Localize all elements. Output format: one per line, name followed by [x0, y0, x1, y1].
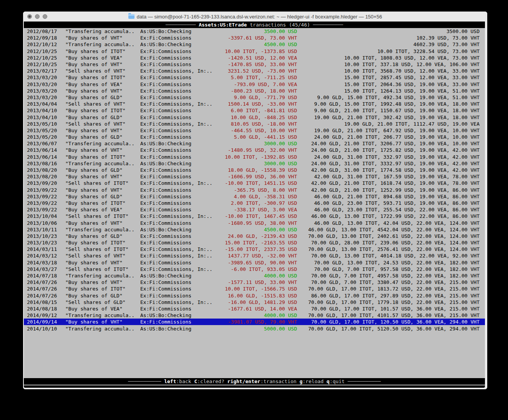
footer-key: right/enter	[227, 378, 261, 384]
transaction-row[interactable]: 2013/08/20"Buy shares of GLD"Ex:Fi:Commi…	[24, 167, 485, 173]
transaction-row[interactable]: 2013/04/10"Buy shares of GLD"Ex:Fi:Commi…	[24, 114, 485, 120]
transaction-account: As:US:Bo:Checking	[140, 273, 221, 279]
transaction-balance: 70.00 GLD, 13.00 ITOT, 4014.18 USD, 22.0…	[297, 253, 480, 259]
transaction-row[interactable]: 2014/09/12"Transfering accumula..As:US:B…	[24, 312, 485, 319]
transaction-row[interactable]: 2014/03/27"Sell shares of ITOT"Ex:Fi:Com…	[24, 266, 485, 272]
transaction-balance: 10.00 ITOT, 1808.03 USD, 12.00 VEA, 73.0…	[297, 55, 480, 61]
transaction-date: 2013/09/22	[27, 207, 65, 212]
transaction-row[interactable]: 2013/08/16"Transfering accumula..As:US:B…	[24, 160, 485, 167]
transaction-account: Ex:Fi:Commissions, In:..	[140, 101, 221, 107]
transaction-change: -3397.61 USD, 73.00 VHT	[221, 35, 297, 41]
transaction-row[interactable]: 2013/09/22"Buy shares of VHT"Ex:Fi:Commi…	[24, 187, 485, 193]
transaction-account: Ex:Fi:Commissions	[140, 319, 221, 325]
transaction-balance: 46.00 GLD, 23.00 ITOT, 593.71 USD, 19.00…	[297, 200, 480, 206]
transaction-balance: 10.00 ITOT, 337.18 USD, 12.00 VEA, 106.0…	[297, 61, 480, 67]
transaction-row[interactable]: 2014/09/14"Buy shares of VHT"Ex:Fi:Commi…	[24, 319, 485, 325]
transaction-row[interactable]: 2014/03/12"Sell shares of VHT"Ex:Fi:Comm…	[24, 252, 485, 259]
footer-key: left	[164, 378, 176, 384]
transaction-balance: 70.00 GLD, 17.00 ITOT, 5120.50 USD, 36.0…	[297, 326, 480, 332]
transaction-row[interactable]: 2013/05/10"Sell shares of VHT"Ex:Fi:Comm…	[24, 121, 485, 127]
transaction-description: "Buy shares of VEA"	[65, 306, 140, 312]
transaction-date: 2013/10/04	[27, 213, 65, 219]
transaction-change: -338.17 USD, 3.00 VEA	[221, 207, 297, 212]
transaction-date: 2013/09/22	[27, 200, 65, 206]
transaction-account: Ex:Fi:Commissions	[140, 55, 221, 61]
bottom-strip	[24, 385, 485, 388]
transaction-row[interactable]: 2014/03/11"Sell shares of ITOT"Ex:Fi:Com…	[24, 246, 485, 252]
transaction-balance: 9.00 GLD, 15.00 ITOT, 1992.48 USD, 19.00…	[297, 101, 480, 107]
titlebar[interactable]: data — simon@pool-71-165-239-133.lsanca.…	[23, 12, 487, 22]
transaction-row[interactable]: 2013/10/23"Buy shares of ITOT"Ex:Fi:Comm…	[24, 239, 485, 246]
transaction-row[interactable]: 2013/03/20"Buy shares of VEA"Ex:Fi:Commi…	[24, 81, 485, 88]
transaction-account: Ex:Fi:Commissions	[140, 279, 221, 285]
transaction-date: 2014/08/15	[27, 299, 65, 305]
transaction-description: "Sell shares of ITOT"	[65, 180, 140, 186]
transaction-row[interactable]: 2013/06/14"Buy shares of VHT"Ex:Fi:Commi…	[24, 147, 485, 153]
transaction-row[interactable]: 2013/06/07"Transfering accumula..As:US:B…	[24, 140, 485, 147]
transaction-balance: 24.00 GLD, 21.00 ITOT, 206.77 USD, 19.00…	[297, 134, 480, 140]
transaction-balance: 3500.00 USD	[297, 28, 480, 34]
transaction-row[interactable]: 2013/03/20"Buy shares of GLD"Ex:Fi:Commi…	[24, 94, 485, 101]
transaction-date: 2013/03/20	[27, 75, 65, 80]
transaction-description: "Buy shares of VHT"	[65, 35, 140, 41]
transaction-row[interactable]: 2013/02/17"Sell shares of VHT"Ex:Fi:Comm…	[24, 68, 485, 74]
transaction-row[interactable]: 2012/10/25"Buy shares of VEA"Ex:Fi:Commi…	[24, 55, 485, 61]
footer-dashes-right: ───────────	[345, 378, 381, 384]
transaction-account: Ex:Fi:Commissions, In:..	[140, 253, 221, 259]
transaction-row[interactable]: 2013/09/20"Sell shares of ITOT"Ex:Fi:Com…	[24, 180, 485, 186]
transaction-row[interactable]: 2012/10/25"Buy shares of ITOT"Ex:Fi:Comm…	[24, 48, 485, 55]
transaction-row[interactable]: 2013/03/20"Buy shares of ITOT"Ex:Fi:Comm…	[24, 74, 485, 81]
transaction-change: 24.00 GLD, -2139.43 USD	[221, 233, 297, 239]
transaction-row[interactable]: 2013/05/20"Buy shares of GLD"Ex:Fi:Commi…	[24, 134, 485, 140]
transaction-description: "Buy shares of VHT"	[65, 187, 140, 193]
transaction-row[interactable]: 2013/04/10"Buy shares of ITOT"Ex:Fi:Comm…	[24, 107, 485, 114]
transaction-row[interactable]: 2012/10/12"Transfering accumula..As:US:B…	[24, 41, 485, 48]
transaction-row[interactable]: 2014/07/18"Transfering accumula..As:US:B…	[24, 272, 485, 279]
transaction-row[interactable]: 2012/09/18"Buy shares of VHT"Ex:Fi:Commi…	[24, 35, 485, 41]
transaction-account: Ex:Fi:Commissions	[140, 240, 221, 246]
transaction-change: -15.00 ITOT, 2337.35 USD	[221, 246, 297, 252]
transaction-row[interactable]: 2013/10/11"Transfering accumula..As:US:B…	[24, 226, 485, 233]
transaction-change: 810.05 USD, -18.00 VHT	[221, 121, 297, 127]
transaction-description: "Buy shares of VHT"	[65, 220, 140, 226]
transaction-account: Ex:Fi:Commissions	[140, 306, 221, 312]
transaction-row[interactable]: 2014/03/18"Buy shares of VHT"Ex:Fi:Commi…	[24, 259, 485, 266]
transaction-row[interactable]: 2013/03/20"Buy shares of VHT"Ex:Fi:Commi…	[24, 88, 485, 94]
transaction-change: 10.00 ITOT, -1392.85 USD	[221, 154, 297, 160]
transactions-body: 2012/08/17"Transfering accumula..As:US:B…	[24, 28, 485, 332]
transaction-change: 10.00 ITOT, -1566.75 USD	[221, 286, 297, 292]
transaction-row[interactable]: 2013/06/14"Buy shares of ITOT"Ex:Fi:Comm…	[24, 154, 485, 160]
transaction-row[interactable]: 2014/07/26"Buy shares of ITOT"Ex:Fi:Comm…	[24, 286, 485, 292]
transaction-account: Ex:Fi:Commissions	[140, 154, 221, 160]
transaction-account: Ex:Fi:Commissions	[140, 147, 221, 153]
transaction-date: 2014/07/26	[27, 293, 65, 299]
transaction-row[interactable]: 2014/08/15"Sell shares of GLD"Ex:Fi:Comm…	[24, 299, 485, 305]
transaction-row[interactable]: 2013/08/20"Buy shares of VHT"Ex:Fi:Commi…	[24, 173, 485, 180]
transaction-account: Ex:Fi:Commissions	[140, 293, 221, 299]
transaction-row[interactable]: 2012/10/25"Buy shares of VHT"Ex:Fi:Commi…	[24, 61, 485, 68]
transaction-balance: 19.00 GLD, 21.00 ITOT, 302.42 USD, 19.00…	[297, 115, 480, 120]
transaction-row[interactable]: 2013/10/06"Buy shares of VHT"Ex:Fi:Commi…	[24, 219, 485, 226]
transaction-row[interactable]: 2014/10/10"Transfering accumula..As:US:B…	[24, 325, 485, 332]
transaction-date: 2014/09/12	[27, 312, 65, 318]
transaction-row[interactable]: 2013/09/22"Buy shares of VEA"Ex:Fi:Commi…	[24, 206, 485, 213]
transaction-change: 3231.52 USD, -73.00 VHT	[221, 68, 297, 74]
transaction-row[interactable]: 2012/08/17"Transfering accumula..As:US:B…	[24, 28, 485, 35]
transaction-row[interactable]: 2014/07/26"Buy shares of VHT"Ex:Fi:Commi…	[24, 279, 485, 286]
transaction-row[interactable]: 2014/07/26"Buy shares of GLD"Ex:Fi:Commi…	[24, 292, 485, 299]
transaction-balance: 70.00 GLD, 28.00 ITOT, 239.06 USD, 22.00…	[297, 240, 480, 246]
transaction-description: "Buy shares of ITOT"	[65, 75, 140, 80]
transaction-row[interactable]: 2013/10/04"Sell shares of ITOT"Ex:Fi:Com…	[24, 213, 485, 219]
transaction-date: 2013/10/06	[27, 220, 65, 226]
transaction-date: 2014/03/12	[27, 253, 65, 259]
transaction-row[interactable]: 2013/04/04"Sell shares of VHT"Ex:Fi:Comm…	[24, 101, 485, 107]
transaction-row[interactable]: 2014/08/18"Buy shares of VEA"Ex:Fi:Commi…	[24, 305, 485, 312]
transaction-row[interactable]: 2013/10/23"Buy shares of GLD"Ex:Fi:Commi…	[24, 233, 485, 239]
footer-key-description: :cleared?	[197, 378, 224, 384]
transaction-change: 1500.14 USD, -33.00 VHT	[221, 101, 297, 107]
transaction-row[interactable]: 2013/09/22"Buy shares of ITOT"Ex:Fi:Comm…	[24, 200, 485, 206]
transaction-balance: 24.00 GLD, 21.00 ITOT, 3206.77 USD, 19.0…	[297, 141, 480, 146]
transaction-account: Ex:Fi:Commissions	[140, 61, 221, 67]
transaction-row[interactable]: 2013/05/20"Buy shares of VHT"Ex:Fi:Commi…	[24, 127, 485, 134]
transaction-row[interactable]: 2013/09/22"Buy shares of GLD"Ex:Fi:Commi…	[24, 193, 485, 200]
